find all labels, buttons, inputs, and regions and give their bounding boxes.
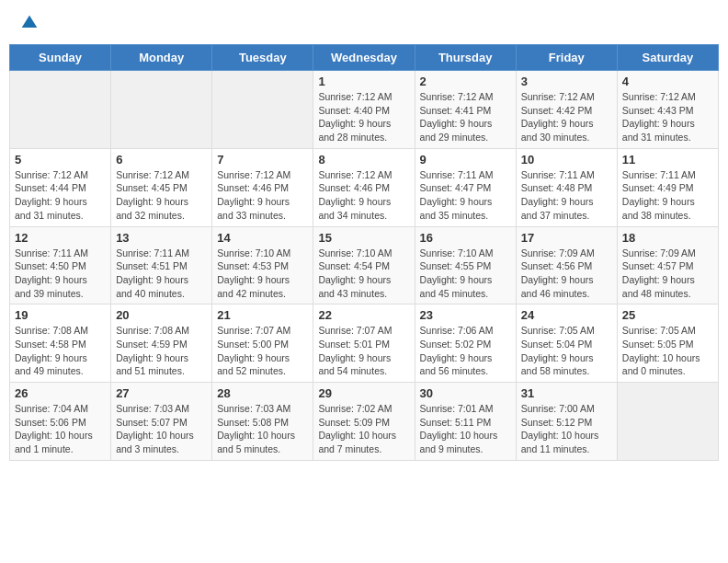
calendar-cell: 24Sunrise: 7:05 AM Sunset: 5:04 PM Dayli…	[516, 304, 617, 383]
logo-icon	[20, 14, 39, 32]
calendar-cell: 30Sunrise: 7:01 AM Sunset: 5:11 PM Dayli…	[415, 383, 516, 461]
day-info: Sunrise: 7:03 AM Sunset: 5:07 PM Dayligh…	[116, 402, 207, 456]
calendar-cell: 14Sunrise: 7:10 AM Sunset: 4:53 PM Dayli…	[212, 226, 313, 304]
day-info: Sunrise: 7:11 AM Sunset: 4:50 PM Dayligh…	[15, 247, 106, 301]
weekday-header-sunday: Sunday	[10, 45, 111, 71]
calendar-cell	[617, 383, 718, 461]
day-info: Sunrise: 7:11 AM Sunset: 4:49 PM Dayligh…	[622, 168, 713, 223]
calendar-cell: 1Sunrise: 7:12 AM Sunset: 4:40 PM Daylig…	[313, 71, 415, 149]
week-row-4: 19Sunrise: 7:08 AM Sunset: 4:58 PM Dayli…	[10, 304, 719, 383]
day-info: Sunrise: 7:11 AM Sunset: 4:51 PM Dayligh…	[116, 247, 207, 301]
day-number: 4	[622, 75, 713, 88]
day-info: Sunrise: 7:07 AM Sunset: 5:01 PM Dayligh…	[318, 324, 409, 378]
day-number: 22	[318, 308, 409, 322]
day-info: Sunrise: 7:05 AM Sunset: 5:05 PM Dayligh…	[622, 324, 713, 378]
day-info: Sunrise: 7:10 AM Sunset: 4:55 PM Dayligh…	[420, 247, 511, 301]
calendar-cell	[212, 71, 313, 149]
day-info: Sunrise: 7:06 AM Sunset: 5:02 PM Dayligh…	[420, 324, 511, 378]
day-info: Sunrise: 7:12 AM Sunset: 4:46 PM Dayligh…	[217, 168, 308, 223]
calendar-cell: 5Sunrise: 7:12 AM Sunset: 4:44 PM Daylig…	[10, 148, 111, 226]
day-number: 29	[318, 386, 409, 400]
day-number: 31	[521, 386, 612, 400]
logo	[18, 14, 39, 32]
day-number: 19	[15, 308, 106, 322]
calendar-cell: 31Sunrise: 7:00 AM Sunset: 5:12 PM Dayli…	[516, 383, 617, 461]
day-number: 10	[521, 153, 612, 167]
day-number: 1	[318, 75, 409, 88]
day-number: 21	[217, 308, 308, 322]
weekday-header-saturday: Saturday	[617, 45, 718, 71]
day-info: Sunrise: 7:03 AM Sunset: 5:08 PM Dayligh…	[217, 402, 308, 456]
day-info: Sunrise: 7:08 AM Sunset: 4:58 PM Dayligh…	[15, 324, 106, 378]
calendar-cell: 4Sunrise: 7:12 AM Sunset: 4:43 PM Daylig…	[617, 71, 718, 149]
weekday-header-tuesday: Tuesday	[212, 45, 313, 71]
day-info: Sunrise: 7:10 AM Sunset: 4:53 PM Dayligh…	[217, 247, 308, 301]
day-info: Sunrise: 7:12 AM Sunset: 4:45 PM Dayligh…	[116, 168, 207, 223]
calendar-cell	[111, 71, 212, 149]
svg-marker-0	[22, 16, 38, 28]
calendar-table: SundayMondayTuesdayWednesdayThursdayFrid…	[9, 44, 719, 461]
calendar-cell: 22Sunrise: 7:07 AM Sunset: 5:01 PM Dayli…	[313, 304, 415, 383]
day-number: 3	[521, 75, 612, 88]
calendar-cell: 2Sunrise: 7:12 AM Sunset: 4:41 PM Daylig…	[415, 71, 516, 149]
weekday-header-row: SundayMondayTuesdayWednesdayThursdayFrid…	[10, 45, 719, 71]
day-number: 30	[420, 386, 511, 400]
day-info: Sunrise: 7:12 AM Sunset: 4:41 PM Dayligh…	[420, 90, 511, 144]
calendar-cell: 25Sunrise: 7:05 AM Sunset: 5:05 PM Dayli…	[617, 304, 718, 383]
calendar-cell: 12Sunrise: 7:11 AM Sunset: 4:50 PM Dayli…	[10, 226, 111, 304]
day-info: Sunrise: 7:12 AM Sunset: 4:46 PM Dayligh…	[318, 168, 409, 223]
day-info: Sunrise: 7:00 AM Sunset: 5:12 PM Dayligh…	[521, 402, 612, 456]
day-info: Sunrise: 7:10 AM Sunset: 4:54 PM Dayligh…	[318, 247, 409, 301]
calendar-cell: 9Sunrise: 7:11 AM Sunset: 4:47 PM Daylig…	[415, 148, 516, 226]
day-info: Sunrise: 7:01 AM Sunset: 5:11 PM Dayligh…	[420, 402, 511, 456]
day-number: 26	[15, 386, 106, 400]
day-info: Sunrise: 7:12 AM Sunset: 4:42 PM Dayligh…	[521, 90, 612, 144]
calendar-cell: 17Sunrise: 7:09 AM Sunset: 4:56 PM Dayli…	[516, 226, 617, 304]
day-info: Sunrise: 7:12 AM Sunset: 4:44 PM Dayligh…	[15, 168, 106, 223]
day-number: 2	[420, 75, 511, 88]
week-row-1: 1Sunrise: 7:12 AM Sunset: 4:40 PM Daylig…	[10, 71, 719, 149]
day-number: 5	[15, 153, 106, 167]
day-number: 24	[521, 308, 612, 322]
day-number: 7	[217, 153, 308, 167]
day-number: 14	[217, 231, 308, 245]
calendar-cell: 11Sunrise: 7:11 AM Sunset: 4:49 PM Dayli…	[617, 148, 718, 226]
day-number: 16	[420, 231, 511, 245]
weekday-header-wednesday: Wednesday	[313, 45, 415, 71]
calendar-cell: 8Sunrise: 7:12 AM Sunset: 4:46 PM Daylig…	[313, 148, 415, 226]
day-number: 9	[420, 153, 511, 167]
week-row-3: 12Sunrise: 7:11 AM Sunset: 4:50 PM Dayli…	[10, 226, 719, 304]
day-number: 12	[15, 231, 106, 245]
day-number: 15	[318, 231, 409, 245]
day-info: Sunrise: 7:11 AM Sunset: 4:48 PM Dayligh…	[521, 168, 612, 223]
day-info: Sunrise: 7:08 AM Sunset: 4:59 PM Dayligh…	[116, 324, 207, 378]
day-number: 18	[622, 231, 713, 245]
calendar-cell	[10, 71, 111, 149]
day-number: 20	[116, 308, 207, 322]
calendar-cell: 13Sunrise: 7:11 AM Sunset: 4:51 PM Dayli…	[111, 226, 212, 304]
day-info: Sunrise: 7:07 AM Sunset: 5:00 PM Dayligh…	[217, 324, 308, 378]
day-info: Sunrise: 7:11 AM Sunset: 4:47 PM Dayligh…	[420, 168, 511, 223]
day-number: 6	[116, 153, 207, 167]
day-info: Sunrise: 7:12 AM Sunset: 4:43 PM Dayligh…	[622, 90, 713, 144]
day-info: Sunrise: 7:02 AM Sunset: 5:09 PM Dayligh…	[318, 402, 409, 456]
day-number: 8	[318, 153, 409, 167]
calendar-cell: 7Sunrise: 7:12 AM Sunset: 4:46 PM Daylig…	[212, 148, 313, 226]
weekday-header-monday: Monday	[111, 45, 212, 71]
day-info: Sunrise: 7:04 AM Sunset: 5:06 PM Dayligh…	[15, 402, 106, 456]
day-number: 25	[622, 308, 713, 322]
day-number: 28	[217, 386, 308, 400]
calendar-cell: 15Sunrise: 7:10 AM Sunset: 4:54 PM Dayli…	[313, 226, 415, 304]
weekday-header-thursday: Thursday	[415, 45, 516, 71]
calendar-cell: 19Sunrise: 7:08 AM Sunset: 4:58 PM Dayli…	[10, 304, 111, 383]
day-number: 11	[622, 153, 713, 167]
calendar-cell: 27Sunrise: 7:03 AM Sunset: 5:07 PM Dayli…	[111, 383, 212, 461]
page-header	[9, 9, 719, 37]
week-row-5: 26Sunrise: 7:04 AM Sunset: 5:06 PM Dayli…	[10, 383, 719, 461]
day-info: Sunrise: 7:09 AM Sunset: 4:56 PM Dayligh…	[521, 247, 612, 301]
day-number: 17	[521, 231, 612, 245]
day-number: 27	[116, 386, 207, 400]
day-info: Sunrise: 7:09 AM Sunset: 4:57 PM Dayligh…	[622, 247, 713, 301]
calendar-cell: 23Sunrise: 7:06 AM Sunset: 5:02 PM Dayli…	[415, 304, 516, 383]
calendar-cell: 16Sunrise: 7:10 AM Sunset: 4:55 PM Dayli…	[415, 226, 516, 304]
